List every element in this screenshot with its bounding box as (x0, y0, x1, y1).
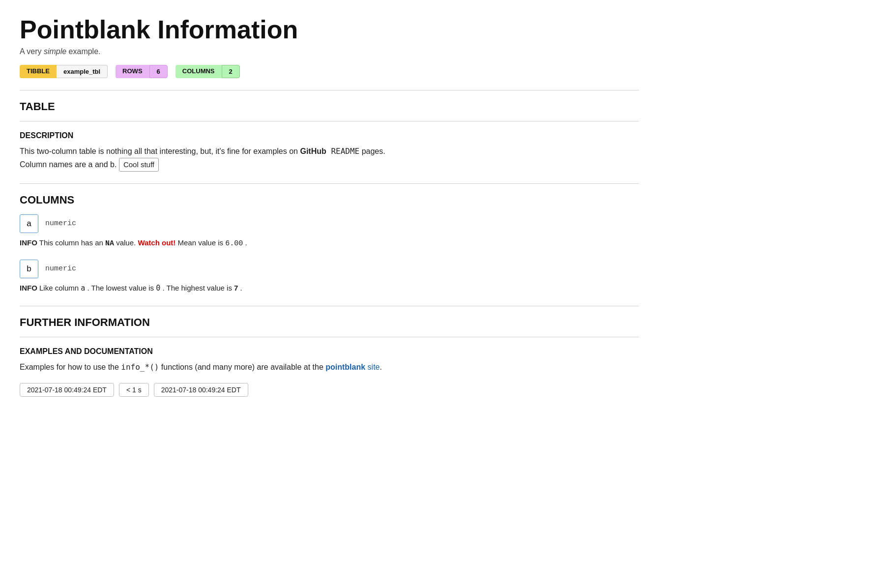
column-a-info-text2: value. (116, 238, 138, 247)
divider-2 (20, 121, 639, 121)
column-b-type: numeric (45, 265, 76, 273)
rows-badge: ROWS 6 (116, 65, 168, 78)
page-subtitle: A very simple example. (20, 47, 639, 56)
subtitle-before: A very (20, 47, 44, 56)
tibble-label: TIBBLE (20, 65, 57, 78)
examples-code: info_*() (121, 362, 159, 372)
column-b-info: INFO Like column a . The lowest value is… (20, 282, 639, 294)
column-a-info: INFO This column has an NA value. Watch … (20, 237, 639, 250)
column-b-high-value: 7 (234, 284, 238, 292)
examples-text-1: Examples for how to use the (20, 363, 121, 371)
column-b-info-text1: Like column (39, 284, 81, 292)
desc-text-1: This two-column table is nothing all tha… (20, 147, 300, 155)
further-info-section: FURTHER INFORMATION EXAMPLES AND DOCUMEN… (20, 316, 639, 397)
table-heading: TABLE (20, 100, 639, 113)
site-link[interactable]: site (368, 363, 380, 371)
column-a-watch-out: Watch out! (138, 238, 176, 247)
desc-bold-github: GitHub (300, 147, 326, 155)
table-section: TABLE DESCRIPTION This two-column table … (20, 100, 639, 172)
further-heading: FURTHER INFORMATION (20, 316, 639, 329)
footer-timestamp-start: 2021-07-18 00:49:24 EDT (20, 383, 114, 397)
column-a-type: numeric (45, 219, 76, 228)
examples-text: Examples for how to use the info_*() fun… (20, 361, 639, 374)
desc-code-readme: README (326, 147, 359, 156)
divider-5 (20, 337, 639, 337)
examples-text-3: . (380, 363, 381, 371)
footer-badges: 2021-07-18 00:49:24 EDT < 1 s 2021-07-18… (20, 383, 639, 397)
column-a-entry: a numeric INFO This column has an NA val… (20, 214, 639, 250)
columns-heading: COLUMNS (20, 194, 639, 206)
rows-label: ROWS (116, 65, 149, 78)
desc-text-3: Column names are a and b. (20, 160, 117, 169)
examples-text-2: functions (and many more) are available … (159, 363, 325, 371)
tibble-value: example_tbl (57, 65, 108, 78)
page-title: Pointblank Information (20, 15, 639, 44)
column-b-info-text2: . The lowest value is (87, 284, 156, 292)
pointblank-link[interactable]: pointblank (325, 363, 365, 371)
column-a-mean-value: 6.00 (225, 239, 243, 248)
column-a-info-label: INFO (20, 238, 37, 247)
description-heading: DESCRIPTION (20, 131, 639, 140)
subtitle-em: simple (44, 47, 66, 56)
footer-timestamp-end: 2021-07-18 00:49:24 EDT (154, 383, 248, 397)
description-text: This two-column table is nothing all tha… (20, 145, 639, 172)
columns-label: COLUMNS (176, 65, 222, 78)
column-b-low-value: 0 (156, 284, 160, 293)
column-a-info-text1: This column has an (39, 238, 105, 247)
column-a-na-label: NA (105, 239, 114, 248)
column-b-name-row: b numeric (20, 260, 639, 278)
columns-value: 2 (222, 65, 240, 78)
column-a-info-text3: Mean value is (177, 238, 225, 247)
cool-stuff-badge: Cool stuff (119, 158, 159, 172)
footer-duration: < 1 s (119, 383, 149, 397)
columns-section: COLUMNS a numeric INFO This column has a… (20, 194, 639, 294)
column-b-info-text4: . (240, 284, 242, 292)
divider-3 (20, 183, 639, 184)
column-a-info-text4: . (245, 238, 247, 247)
description-block: DESCRIPTION This two-column table is not… (20, 131, 639, 172)
subtitle-after: example. (66, 47, 100, 56)
divider-4 (20, 306, 639, 306)
column-b-entry: b numeric INFO Like column a . The lowes… (20, 260, 639, 294)
column-a-name-row: a numeric (20, 214, 639, 233)
column-b-col-ref: a (81, 284, 85, 293)
desc-text-2: pages. (359, 147, 385, 155)
column-b-info-label: INFO (20, 284, 37, 292)
rows-value: 6 (149, 65, 168, 78)
divider-1 (20, 90, 639, 90)
column-a-name-box: a (20, 214, 38, 233)
columns-badge: COLUMNS 2 (176, 65, 240, 78)
column-b-name-box: b (20, 260, 38, 278)
badges-row: TIBBLE example_tbl ROWS 6 COLUMNS 2 (20, 65, 639, 78)
tibble-badge: TIBBLE example_tbl (20, 65, 108, 78)
examples-heading: EXAMPLES AND DOCUMENTATION (20, 347, 639, 356)
column-b-info-text3: . The highest value is (162, 284, 234, 292)
